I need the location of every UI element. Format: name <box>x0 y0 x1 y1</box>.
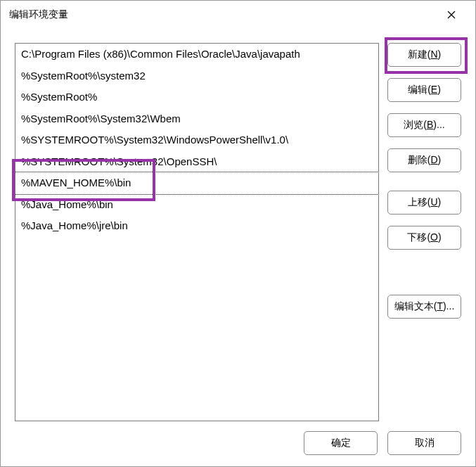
list-item[interactable]: %SystemRoot%\System32\Wbem <box>15 108 378 130</box>
move-up-button[interactable]: 上移(U) <box>387 191 461 215</box>
btn-text: 编辑(E) <box>408 84 441 96</box>
list-item[interactable]: %SystemRoot% <box>15 87 378 108</box>
edit-text-button[interactable]: 编辑文本(T)... <box>387 295 461 319</box>
cancel-button[interactable]: 取消 <box>387 431 461 455</box>
dialog-window: 编辑环境变量 C:\Program Files (x86)\Common Fil… <box>0 0 476 467</box>
titlebar: 编辑环境变量 <box>1 1 475 29</box>
delete-button[interactable]: 删除(D) <box>387 148 461 172</box>
spacer <box>387 261 461 295</box>
spacer <box>387 184 461 191</box>
btn-text: 新建(N) <box>408 49 441 61</box>
btn-text: 编辑文本(T)... <box>394 300 455 313</box>
browse-button[interactable]: 浏览(B)... <box>387 113 461 137</box>
dialog-body: C:\Program Files (x86)\Common Files\Orac… <box>1 29 475 421</box>
move-down-button[interactable]: 下移(O) <box>387 226 461 250</box>
list-item[interactable]: %Java_Home%\bin <box>15 194 378 216</box>
btn-text: 下移(O) <box>407 231 441 244</box>
btn-text: 浏览(B)... <box>404 119 444 132</box>
btn-text: 上移(U) <box>408 196 441 209</box>
list-item[interactable]: %SYSTEMROOT%\System32\OpenSSH\ <box>15 151 378 173</box>
list-item[interactable]: %Java_Home%\jre\bin <box>15 215 378 237</box>
list-item[interactable]: %MAVEN_HOME%\bin <box>15 172 379 195</box>
close-button[interactable] <box>436 4 467 25</box>
btn-text: 删除(D) <box>408 154 441 167</box>
edit-button[interactable]: 编辑(E) <box>387 78 461 102</box>
list-item[interactable]: C:\Program Files (x86)\Common Files\Orac… <box>15 44 378 65</box>
close-icon <box>447 11 456 19</box>
list-item[interactable]: %SystemRoot%\system32 <box>15 65 378 87</box>
side-buttons: 新建(N) 编辑(E) 浏览(B)... 删除(D) 上移(U) 下移(O) 编… <box>387 43 461 421</box>
window-title: 编辑环境变量 <box>9 8 436 21</box>
path-list[interactable]: C:\Program Files (x86)\Common Files\Orac… <box>15 43 379 421</box>
ok-button[interactable]: 确定 <box>304 431 378 455</box>
dialog-footer: 确定 取消 <box>1 421 475 466</box>
new-button[interactable]: 新建(N) <box>387 43 461 67</box>
list-item[interactable]: %SYSTEMROOT%\System32\WindowsPowerShell\… <box>15 129 378 151</box>
